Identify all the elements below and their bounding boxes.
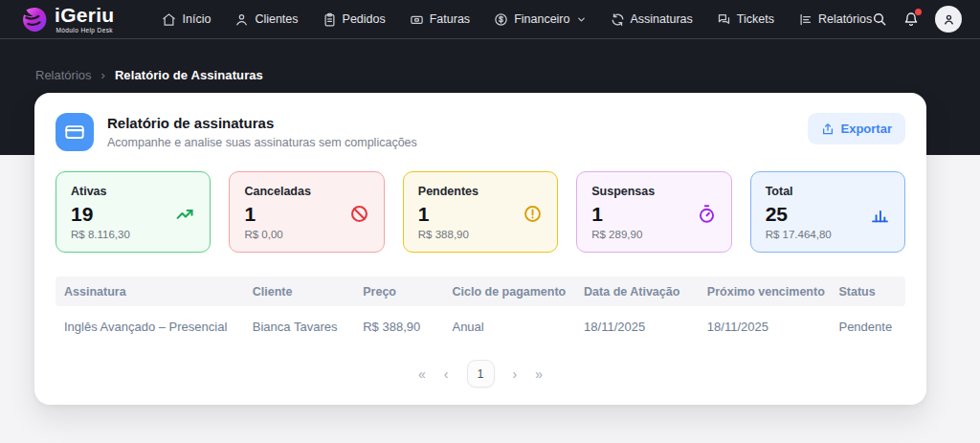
topbar-actions: [872, 6, 962, 33]
col-ciclo: Ciclo de pagamento: [446, 285, 578, 299]
stat-label: Pendentes: [418, 185, 543, 198]
notifications-button[interactable]: [903, 11, 919, 27]
table-row[interactable]: Inglês Avançado – Presencial Bianca Tava…: [56, 306, 905, 347]
col-preco: Preço: [357, 285, 446, 299]
pagination-current-page[interactable]: 1: [467, 360, 495, 388]
dollar-circle-icon: [494, 12, 508, 27]
bar-chart-icon: [870, 204, 890, 224]
nav-item-financeiro[interactable]: Financeiro: [494, 12, 586, 27]
cell-preco: R$ 388,90: [357, 320, 446, 334]
breadcrumb-parent[interactable]: Relatórios: [35, 68, 92, 82]
brand-tagline: Módulo Help Desk: [55, 27, 114, 33]
cell-status: Pendente: [833, 320, 904, 334]
refresh-icon: [611, 12, 625, 27]
timer-icon: [697, 204, 717, 224]
subscriptions-table: Assinatura Cliente Preço Ciclo de pagame…: [56, 277, 905, 347]
home-icon: [162, 12, 176, 27]
col-proximo-vencimento: Próximo vencimento: [702, 285, 834, 299]
alert-circle-icon: [523, 204, 543, 224]
col-data-ativacao: Data de Ativação: [578, 285, 702, 299]
nav-item-tickets[interactable]: Tickets: [717, 12, 774, 27]
search-icon: [872, 11, 887, 27]
pagination-first-button[interactable]: «: [418, 367, 426, 381]
brand-swirl-icon: [19, 5, 49, 34]
stat-card-canceladas[interactable]: Canceladas 1 R$ 0,00: [229, 171, 384, 253]
table-header-row: Assinatura Cliente Preço Ciclo de pagame…: [56, 277, 905, 306]
export-icon: [821, 122, 835, 136]
stat-card-suspensas[interactable]: Suspensas 1 R$ 289,90: [576, 171, 731, 253]
nav-item-assinaturas[interactable]: Assinaturas: [611, 12, 693, 27]
report-title: Relatório de assinaturas: [107, 115, 417, 131]
clipboard-icon: [323, 12, 337, 27]
brand-logo[interactable]: iGeriu Módulo Help Desk: [19, 5, 114, 34]
col-status: Status: [833, 285, 904, 299]
notification-dot: [915, 9, 922, 15]
breadcrumb: Relatórios › Relatório de Assinaturas: [0, 39, 980, 82]
cell-assinatura: Inglês Avançado – Presencial: [56, 320, 247, 334]
search-button[interactable]: [872, 11, 887, 27]
user-avatar[interactable]: [935, 6, 962, 33]
cell-cliente: Bianca Tavares: [247, 320, 357, 334]
stats-row: Ativas 19 R$ 8.116,30 Canceladas 1: [56, 171, 905, 253]
stat-amount: R$ 388,90: [418, 229, 543, 240]
chat-bubbles-icon: [717, 12, 731, 27]
stat-amount: R$ 289,90: [591, 229, 716, 240]
report-card: Relatório de assinaturas Acompanhe e ana…: [34, 93, 926, 405]
cell-ciclo: Anual: [446, 320, 578, 334]
nav-item-pedidos[interactable]: Pedidos: [323, 12, 386, 27]
nav-item-clientes[interactable]: Clientes: [234, 12, 298, 27]
banknote-icon: [410, 12, 424, 27]
col-assinatura: Assinatura: [56, 285, 247, 299]
stat-value: 19: [71, 203, 93, 225]
nav-item-relatorios[interactable]: Relatórios: [798, 12, 872, 27]
stat-label: Total: [766, 185, 890, 198]
credit-card-icon: [56, 113, 94, 151]
stat-value: 25: [766, 203, 788, 225]
breadcrumb-current: Relatório de Assinaturas: [115, 68, 263, 82]
report-icon: [798, 12, 813, 27]
cell-proximo-vencimento: 18/11/2025: [702, 320, 834, 334]
main-nav: Início Clientes Pedidos Faturas Financei…: [162, 12, 872, 27]
chevron-down-icon: [576, 14, 587, 25]
stat-card-pendentes[interactable]: Pendentes 1 R$ 388,90: [403, 171, 558, 253]
stat-label: Ativas: [71, 185, 195, 198]
brand-name: iGeriu: [55, 5, 114, 25]
export-button[interactable]: Exportar: [808, 113, 905, 144]
stat-card-ativas[interactable]: Ativas 19 R$ 8.116,30: [56, 171, 211, 253]
top-navbar: iGeriu Módulo Help Desk Início Clientes …: [0, 0, 980, 39]
report-header: Relatório de assinaturas Acompanhe e ana…: [56, 113, 905, 151]
col-cliente: Cliente: [247, 285, 357, 299]
stat-amount: R$ 0,00: [244, 229, 368, 240]
stat-value: 1: [244, 203, 256, 225]
avatar-person-icon: [942, 12, 956, 27]
ban-icon: [349, 204, 369, 224]
pagination-last-button[interactable]: »: [535, 367, 543, 381]
stat-value: 1: [418, 203, 430, 225]
pagination-next-button[interactable]: ›: [513, 367, 518, 381]
nav-item-faturas[interactable]: Faturas: [410, 12, 470, 27]
stat-label: Suspensas: [591, 185, 716, 198]
trending-up-icon: [175, 204, 195, 224]
pagination-prev-button[interactable]: ‹: [444, 367, 449, 381]
cell-data-ativacao: 18/11/2025: [578, 320, 702, 334]
user-icon: [234, 12, 249, 27]
stat-value: 1: [591, 203, 603, 225]
report-subtitle: Acompanhe e analise suas assinaturas sem…: [107, 136, 417, 149]
stat-card-total[interactable]: Total 25 R$ 17.464,80: [750, 171, 905, 253]
stat-label: Canceladas: [244, 185, 368, 198]
pagination: « ‹ 1 › »: [56, 360, 905, 388]
stat-amount: R$ 17.464,80: [766, 229, 890, 240]
breadcrumb-separator-icon: ›: [101, 68, 105, 82]
stat-amount: R$ 8.116,30: [71, 229, 195, 240]
nav-item-inicio[interactable]: Início: [162, 12, 211, 27]
